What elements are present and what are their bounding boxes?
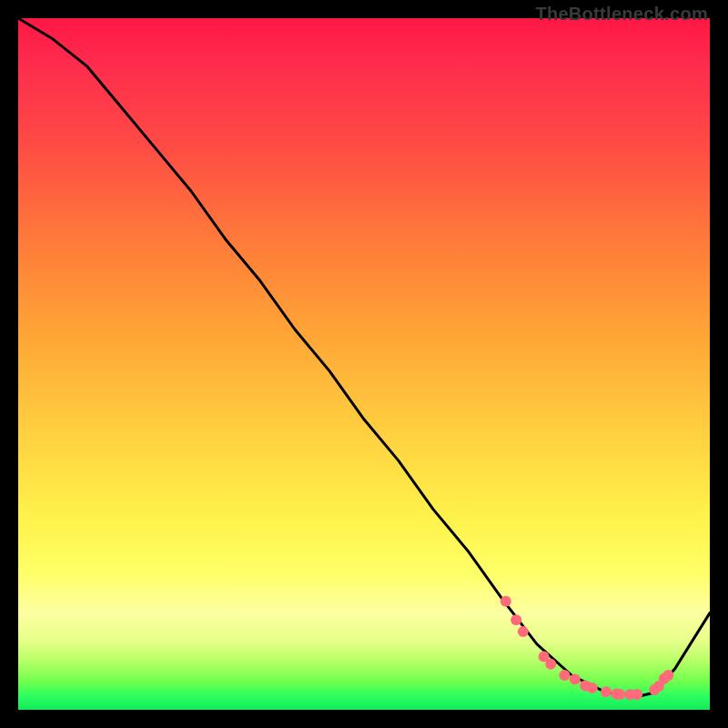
marker-dot bbox=[587, 682, 598, 693]
marker-dot bbox=[518, 626, 529, 637]
curve-markers bbox=[500, 596, 674, 701]
chart-svg bbox=[18, 18, 710, 710]
marker-dot bbox=[500, 596, 511, 607]
marker-dot bbox=[511, 614, 521, 625]
watermark-text: TheBottleneck.com bbox=[535, 4, 708, 25]
marker-dot bbox=[614, 689, 625, 700]
marker-dot bbox=[632, 689, 642, 700]
marker-dot bbox=[601, 686, 612, 697]
bottleneck-curve bbox=[18, 18, 710, 696]
marker-dot bbox=[545, 659, 556, 670]
marker-dot bbox=[559, 670, 570, 681]
marker-dot bbox=[570, 674, 581, 685]
chart-frame: TheBottleneck.com bbox=[0, 0, 728, 728]
plot-area bbox=[18, 18, 710, 710]
marker-dot bbox=[662, 670, 673, 681]
